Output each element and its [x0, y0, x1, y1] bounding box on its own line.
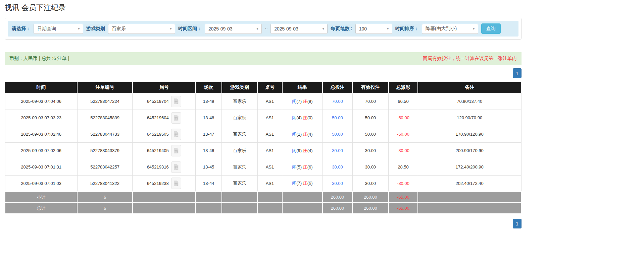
cell-game: 百家乐 [222, 126, 257, 142]
round-number: 645219316 [147, 164, 169, 170]
cell-round: 645219238 [133, 175, 196, 192]
result-player-points: (4) [296, 115, 302, 120]
cell-round: 645219704 [133, 93, 196, 110]
total-bet-link[interactable]: 50.00 [332, 115, 343, 120]
cell-session: 13-44 [196, 175, 222, 192]
chevron-down-icon: ▼ [473, 27, 475, 30]
result-player-points: (5) [296, 164, 302, 170]
video-replay-button[interactable] [171, 129, 181, 140]
column-header: 结果 [282, 82, 323, 93]
column-header: 总投注 [323, 82, 352, 93]
table-row: 2025-09-03 07:02:46522783044733645219505… [5, 126, 521, 142]
bet-records-table: 时间注单编号局号场次游戏类别桌号结果总投注有效投注总派彩备注 2025-09-0… [5, 82, 522, 214]
page-title: 视讯 会员下注纪录 [5, 3, 522, 13]
chevron-down-icon: ▼ [322, 27, 325, 30]
table-row: 2025-09-03 07:01:03522783041322645219238… [5, 175, 521, 192]
total-bet-link[interactable]: 30.00 [332, 148, 343, 153]
sort-order-label: 时间排序： [395, 26, 419, 32]
cell-note: 202.40/172.40 [418, 175, 521, 192]
cell-note: 70.90/137.40 [418, 93, 521, 110]
pagination-top: 1 [5, 68, 522, 78]
cell-game: 百家乐 [222, 93, 257, 110]
total-row: 总计6260.00260.00-65.00 [5, 203, 521, 214]
result-banker-label: 庄 [303, 164, 307, 170]
table-row: 2025-09-03 07:03:23522783045839645219604… [5, 110, 521, 126]
cell-game: 百家乐 [222, 175, 257, 192]
cell-total-bet: 70.00 [323, 93, 352, 110]
cell-note: 172.40/200.90 [418, 159, 521, 175]
per-page-label: 每页笔数 : [331, 26, 352, 32]
video-replay-button[interactable] [171, 145, 181, 156]
per-page-value: 100 [359, 26, 367, 31]
cell-table-no: AS1 [257, 175, 282, 192]
cell-payout: 66.50 [389, 93, 418, 110]
video-replay-button[interactable] [171, 161, 181, 173]
cell-result: 闲(4) 庄(0) [282, 110, 323, 126]
date-from-select[interactable]: 2025-09-03 ▼ [205, 24, 262, 34]
sort-order-select[interactable]: 降幂(由大到小) ▼ [422, 24, 478, 34]
query-button[interactable]: 查询 [481, 23, 501, 34]
video-replay-button[interactable] [171, 96, 181, 107]
cell-note: 170.90/120.90 [418, 126, 521, 142]
subtotal-row-label: 小计 [5, 192, 77, 203]
date-to-select[interactable]: 2025-09-03 ▼ [270, 24, 328, 34]
cell-time: 2025-09-03 07:03:23 [5, 110, 77, 126]
result-player-points: (1) [296, 132, 302, 137]
video-replay-icon [173, 115, 179, 121]
result-banker-points: (4) [307, 148, 313, 153]
cell-bet-id: 522783041322 [77, 175, 133, 192]
total-bet-link[interactable]: 30.00 [332, 181, 343, 186]
query-type-select[interactable]: 日期查询 ▼ [34, 24, 83, 34]
cell-round: 645219505 [133, 126, 196, 142]
column-header: 局号 [133, 82, 196, 93]
time-range-label: 时间区间： [178, 26, 202, 32]
cell-result: 闲(7) 庄(9) [282, 93, 323, 110]
page-1-button[interactable]: 1 [513, 219, 522, 228]
cell-session: 13-46 [196, 142, 222, 159]
total-row-valid-bet: 260.00 [352, 203, 389, 214]
round-number: 645219238 [147, 181, 169, 186]
total-row-payout: -65.00 [389, 203, 418, 214]
per-page-select[interactable]: 100 ▼ [355, 24, 392, 34]
cell-round: 645219604 [133, 110, 196, 126]
total-row-total-bet: 260.00 [323, 203, 352, 214]
column-header: 备注 [418, 82, 521, 93]
cell-table-no: AS1 [257, 159, 282, 175]
total-row-label: 总计 [5, 203, 77, 214]
game-category-select[interactable]: 百家乐 ▼ [108, 24, 175, 34]
cell-bet-id: 522783044733 [77, 126, 133, 142]
cell-result: 闲(5) 庄(6) [282, 159, 323, 175]
video-replay-button[interactable] [171, 112, 181, 124]
cell-valid-bet: 50.00 [352, 110, 389, 126]
cell-payout: -30.00 [389, 142, 418, 159]
table-body: 2025-09-03 07:04:06522783047224645219704… [5, 93, 521, 214]
cell-table-no: AS1 [257, 110, 282, 126]
cell-round: 645219405 [133, 142, 196, 159]
total-bet-link[interactable]: 70.00 [332, 99, 343, 104]
cell-bet-id: 522783043379 [77, 142, 133, 159]
cell-valid-bet: 70.00 [352, 93, 389, 110]
result-banker-points: (6) [307, 164, 313, 170]
currency-summary-text: 币别：人民币 | 总共 :6 注单 | [9, 56, 69, 62]
valid-bet-notice-text: 同局有效投注，统一计算在该局第一张注单内 [423, 56, 517, 62]
sort-order-value: 降幂(由大到小) [426, 26, 457, 32]
total-bet-link[interactable]: 30.00 [332, 164, 343, 170]
column-header: 注单编号 [77, 82, 133, 93]
result-banker-points: (6) [307, 181, 313, 186]
cell-time: 2025-09-03 07:01:03 [5, 175, 77, 192]
video-replay-icon [173, 131, 179, 137]
total-bet-link[interactable]: 50.00 [332, 132, 343, 137]
video-replay-icon [173, 180, 179, 187]
result-banker-label: 庄 [303, 132, 307, 137]
page-1-button[interactable]: 1 [513, 68, 522, 78]
select-type-label: 请选择： [12, 26, 31, 32]
column-header: 场次 [196, 82, 222, 93]
video-replay-icon [173, 98, 179, 105]
video-replay-button[interactable] [171, 178, 181, 189]
date-range-tilde: ~ [265, 26, 267, 31]
cell-round: 645219316 [133, 159, 196, 175]
round-number: 645219704 [147, 99, 169, 104]
video-replay-icon [173, 164, 179, 170]
cell-payout: -50.00 [389, 110, 418, 126]
subtotal-row-count: 6 [77, 192, 133, 203]
